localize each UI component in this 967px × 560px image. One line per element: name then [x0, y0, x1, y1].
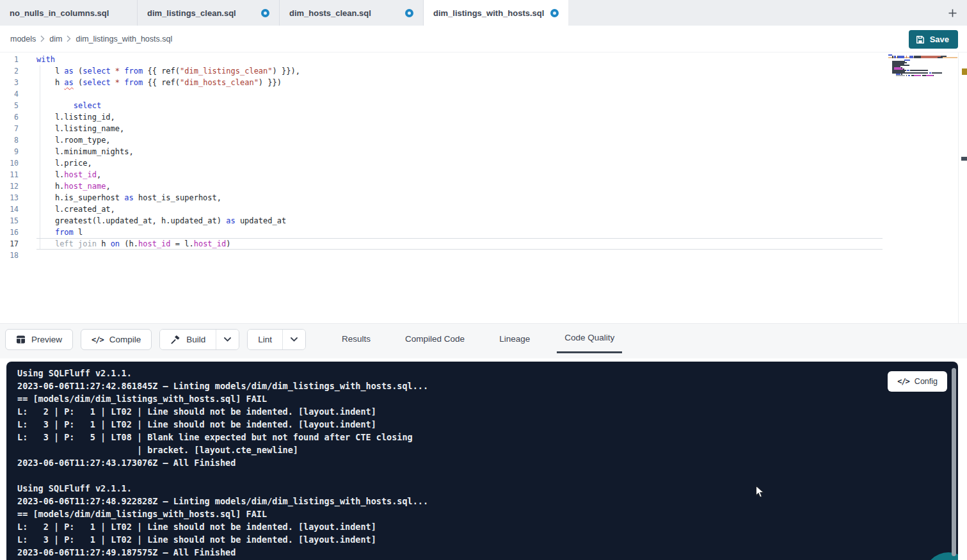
preview-button[interactable]: Preview — [5, 329, 73, 350]
code-line-4[interactable] — [36, 88, 883, 100]
code-line-7[interactable]: l.listing_name, — [36, 123, 883, 134]
code-line-9[interactable]: l.minimum_nights, — [36, 146, 883, 157]
config-label: Config — [915, 377, 938, 386]
line-number: 7 — [0, 123, 29, 134]
tab-bar: no_nulls_in_columns.sqldim_listings_clea… — [0, 0, 967, 26]
code-line-14[interactable]: l.created_at, — [36, 204, 883, 215]
compile-label: Compile — [109, 335, 141, 344]
line-number: 13 — [0, 192, 29, 204]
line-number: 8 — [0, 134, 29, 146]
code-line-18[interactable] — [36, 250, 883, 261]
line-number: 2 — [0, 65, 29, 77]
modified-badge-icon — [550, 9, 559, 17]
lint-button[interactable]: Lint — [248, 330, 282, 349]
dbt-ide-window: no_nulls_in_columns.sqldim_listings_clea… — [0, 0, 967, 560]
new-tab-button[interactable] — [941, 0, 963, 26]
line-number: 9 — [0, 146, 29, 157]
save-button[interactable]: Save — [909, 30, 958, 49]
lint-dropdown-button[interactable] — [282, 330, 305, 349]
build-button[interactable]: Build — [160, 330, 216, 349]
tab-compiled-code[interactable]: Compiled Code — [397, 324, 472, 353]
chevron-right-icon — [40, 35, 45, 42]
plus-icon — [948, 8, 957, 18]
file-tab[interactable]: no_nulls_in_columns.sql — [0, 0, 138, 26]
code-icon: </> — [897, 377, 909, 386]
file-tab[interactable]: dim_listings_clean.sql — [138, 0, 280, 26]
code-line-8[interactable]: l.room_type, — [36, 134, 883, 146]
breadcrumb-item-models[interactable]: models — [10, 35, 36, 44]
chevron-right-icon — [67, 35, 71, 42]
build-split-button: Build — [159, 329, 239, 350]
build-label: Build — [186, 335, 205, 344]
terminal-scrollbar[interactable] — [952, 368, 956, 556]
file-tab-label: dim_listings_with_hosts.sql — [433, 8, 544, 18]
minimap[interactable] — [888, 54, 957, 80]
line-number: 14 — [0, 204, 29, 215]
code-line-13[interactable]: h.is_superhost as host_is_superhost, — [36, 192, 883, 204]
breadcrumb-item-file[interactable]: dim_listings_with_hosts.sql — [76, 35, 172, 44]
code-line-17[interactable]: left join h on (h.host_id = l.host_id) — [36, 238, 883, 250]
save-label: Save — [930, 35, 949, 44]
line-number: 12 — [0, 180, 29, 192]
file-tab[interactable]: dim_hosts_clean.sql — [280, 0, 424, 26]
gutter: 123456789101112131415161718 — [0, 54, 29, 261]
breadcrumb-item-dim[interactable]: dim — [49, 35, 62, 44]
tab-lineage[interactable]: Lineage — [491, 324, 538, 353]
lint-split-button: Lint — [247, 329, 306, 350]
code-editor[interactable]: 123456789101112131415161718 with l as (s… — [0, 52, 967, 323]
line-number: 6 — [0, 111, 29, 123]
lint-label: Lint — [258, 335, 272, 344]
line-number: 5 — [0, 100, 29, 111]
modified-badge-icon — [405, 9, 413, 17]
action-bar: Preview </> Compile Build — [0, 323, 967, 358]
code-line-12[interactable]: h.host_name, — [36, 180, 883, 192]
code-line-5[interactable]: select — [36, 100, 883, 111]
code-line-2[interactable]: l as (select * from {{ ref("dim_listings… — [36, 65, 883, 77]
code-line-15[interactable]: greatest(l.updated_at, h.updated_at) as … — [36, 215, 883, 227]
lint-warning-marker[interactable] — [962, 68, 967, 75]
line-number: 18 — [0, 250, 29, 261]
preview-label: Preview — [31, 335, 62, 344]
hammer-icon — [170, 335, 180, 344]
code-line-11[interactable]: l.host_id, — [36, 169, 883, 180]
code-line-3[interactable]: h as (select * from {{ ref("dim_hosts_cl… — [36, 77, 883, 88]
line-number: 11 — [0, 169, 29, 180]
file-tab-label: no_nulls_in_columns.sql — [10, 8, 109, 18]
file-tab-label: dim_hosts_clean.sql — [289, 8, 371, 18]
modified-badge-icon — [261, 9, 269, 17]
file-tab-label: dim_listings_clean.sql — [147, 8, 236, 18]
code-line-10[interactable]: l.price, — [36, 157, 883, 169]
table-icon — [16, 335, 26, 344]
editor-actions: Preview </> Compile Build — [5, 329, 306, 350]
code-line-6[interactable]: l.listing_id, — [36, 111, 883, 123]
chevron-down-icon — [224, 337, 231, 342]
code-lines: with l as (select * from {{ ref("dim_lis… — [36, 54, 883, 261]
lint-output-terminal: Using SQLFluff v2.1.1. 2023-06-06T11:27:… — [6, 362, 958, 560]
line-number: 17 — [0, 238, 29, 250]
line-number: 3 — [0, 77, 29, 88]
terminal-output: Using SQLFluff v2.1.1. 2023-06-06T11:27:… — [17, 367, 428, 559]
save-icon — [916, 35, 925, 44]
breadcrumb: models dim dim_listings_with_hosts.sql S… — [0, 26, 967, 52]
panel-tabs: Results Compiled Code Lineage Code Quali… — [334, 324, 622, 353]
code-icon: </> — [92, 335, 104, 344]
line-number: 16 — [0, 227, 29, 238]
line-number: 15 — [0, 215, 29, 227]
code-line-16[interactable]: from l — [36, 227, 883, 238]
chevron-down-icon — [291, 337, 298, 342]
build-dropdown-button[interactable] — [216, 330, 239, 349]
line-number: 10 — [0, 157, 29, 169]
compile-button[interactable]: </> Compile — [81, 329, 152, 350]
tab-code-quality[interactable]: Code Quality — [557, 324, 622, 353]
tab-results[interactable]: Results — [334, 324, 378, 353]
line-number: 1 — [0, 54, 29, 65]
config-button[interactable]: </> Config — [888, 371, 947, 392]
code-line-1[interactable]: with — [36, 54, 883, 65]
editor-right-divider — [958, 52, 959, 323]
file-tab[interactable]: dim_listings_with_hosts.sql — [424, 0, 568, 26]
scroll-position-marker[interactable] — [961, 157, 967, 161]
line-number: 4 — [0, 88, 29, 100]
